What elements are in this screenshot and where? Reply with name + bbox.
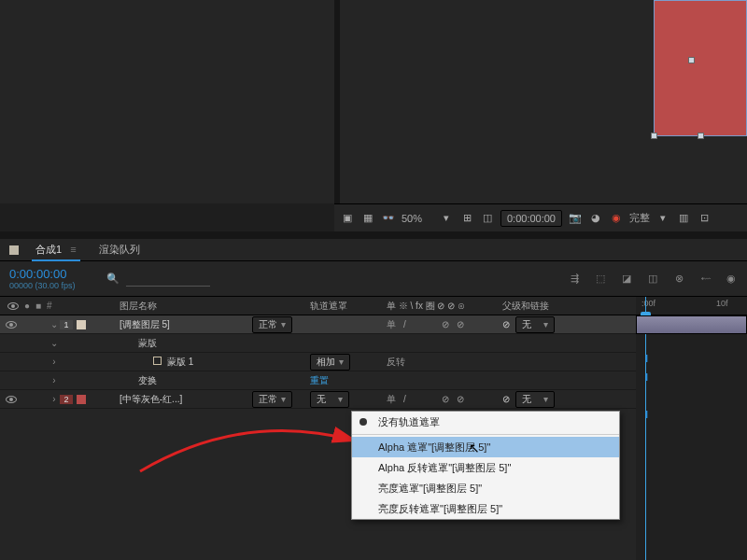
layer-search: 🔍 [106,271,210,287]
menu-separator [352,434,619,435]
visibility-eye-icon[interactable] [6,396,17,403]
panel-tabs: 合成1 ≡ 渲染队列 [0,239,747,261]
preview-layer-rect[interactable] [654,0,747,136]
timecode-main: 0:00:00:00 [9,267,101,281]
resolution-dropdown[interactable]: 完整 [629,211,650,225]
edge-handle-bottom[interactable] [698,133,704,139]
blend-mode-dropdown[interactable]: 正常▾ [252,316,292,333]
menu-item-alpha[interactable]: Alpha 遮罩"[调整图层 5]" [352,437,619,457]
parent-dropdown[interactable]: 无▾ [515,316,555,333]
search-icon: 🔍 [106,273,120,284]
menu-item-luma[interactable]: 亮度遮罩"[调整图层 5]" [352,478,619,498]
twirl-icon[interactable]: ⌄ [49,338,60,348]
ruler-tick: :00f [641,299,655,308]
transform-group-row[interactable]: › 变换 重置 [0,371,636,390]
zoom-level[interactable]: 50% [402,213,433,224]
region-icon[interactable]: ⊡ [697,212,712,225]
menu-label: Alpha 遮罩"[调整图层 5]" [378,441,490,455]
tab-label: 渲染队列 [99,244,140,255]
masks-label: 蒙版 [120,337,252,350]
chevron-down-icon[interactable]: ▾ [655,212,670,225]
timeline-tracks[interactable]: :00f 10f I I I [636,297,747,560]
selected-dot-icon [359,418,367,426]
grid-icon[interactable]: ▦ [360,212,375,225]
brainstorm-icon[interactable]: ◉ [723,271,740,287]
current-time[interactable]: 0:00:00:00 00000 (30.00 fps) [0,267,101,290]
header-switches: 单 ※ \ fx 圈 ⊘ ⊘ ⊙ [387,300,502,313]
menu-item-alpha-inverted[interactable]: Alpha 反转遮罩"[调整图层 5]" [352,457,619,478]
menu-label: Alpha 反转遮罩"[调整图层 5]" [378,461,511,475]
mask-1-row[interactable]: › 蒙版 1 相加▾ 反转 [0,353,636,371]
tab-composition[interactable]: 合成1 ≡ [24,239,88,260]
menu-item-luma-inverted[interactable]: 亮度反转遮罩"[调整图层 5]" [352,498,619,519]
mask-inverted-label[interactable]: 反转 [387,356,405,369]
ruler-tick: 10f [716,299,728,308]
corner-handle-bl[interactable] [651,133,657,139]
layer-name[interactable]: [调整图层 5] [120,319,170,329]
draft3d-icon[interactable]: ⬚ [592,271,609,287]
anchor-handle[interactable] [688,57,695,63]
trkmat-dropdown[interactable]: 无▾ [310,391,349,408]
layer-index: 1 [60,320,73,329]
mask-color-icon[interactable] [153,357,162,365]
eye-column-icon [7,302,19,310]
twirl-icon[interactable]: › [49,357,60,367]
vr-icon[interactable]: 👓 [381,212,396,225]
panel-divider[interactable] [0,231,747,239]
timeline-tool-icons: ⇶ ⬚ ◪ ◫ ⊗ ⬳ ◉ [566,271,747,287]
mask-name[interactable]: 蒙版 1 [167,357,193,367]
frame-blend-icon[interactable]: ◫ [644,271,661,287]
mask-icon[interactable]: ◫ [480,212,495,225]
motion-blur-icon[interactable]: ⊗ [670,271,687,287]
twirl-icon[interactable]: › [49,394,60,404]
mask-mode-dropdown[interactable]: 相加▾ [310,354,350,371]
keyframe-marker-icon[interactable]: I [645,409,648,420]
viewport-divider[interactable] [334,0,340,203]
keyframe-marker-icon[interactable]: I [645,371,648,383]
layer-row-2[interactable]: › 2 [中等灰色-红...] 正常▾ 无▾ 单/⊘⊘ ⊘无▾ [0,390,636,409]
layer-row-1[interactable]: ⌄ 1 [调整图层 5] 正常▾ 单/⊘⊘ ⊘无▾ [0,315,636,334]
composition-viewport[interactable] [0,0,747,203]
menu-label: 亮度反转遮罩"[调整图层 5]" [378,502,502,516]
color-icon[interactable]: ◉ [609,212,624,225]
layer-color-swatch[interactable] [77,395,86,404]
parent-dropdown[interactable]: 无▾ [515,391,555,408]
timecode-sub: 00000 (30.00 fps) [9,281,101,290]
shy-icon[interactable]: ◪ [618,271,635,287]
search-input[interactable] [126,271,210,287]
layer-duration-bar[interactable] [636,315,747,334]
blend-mode-dropdown[interactable]: 正常▾ [252,391,292,408]
reset-link[interactable]: 重置 [310,374,329,387]
comp-flowchart-icon[interactable]: ⇶ [566,271,583,287]
preview-toolbar: ▣ ▦ 👓 50% ▾ ⊞ ◫ 0:00:00:00 📷 ◕ ◉ 完整 ▾ ▥ … [334,203,747,231]
twirl-icon[interactable]: › [49,375,60,385]
graph-editor-icon[interactable]: ⬳ [697,271,713,287]
masks-group-row[interactable]: ⌄ 蒙版 [0,334,636,353]
tab-render-queue[interactable]: 渲染队列 [88,239,151,260]
menu-item-none[interactable]: 没有轨道遮罩 [352,412,619,432]
column-headers: ●■# 图层名称 轨道遮罩 单 ※ \ fx 圈 ⊘ ⊘ ⊙ 父级和链接 [0,297,636,315]
tab-menu-icon[interactable]: ≡ [70,244,76,255]
layout-icon[interactable]: ⊞ [459,212,474,225]
layer-color-swatch[interactable] [77,320,86,329]
view-icon[interactable]: ▥ [676,212,691,225]
trkmat-dropdown-menu: 没有轨道遮罩 Alpha 遮罩"[调整图层 5]" Alpha 反转遮罩"[调整… [351,411,620,520]
timeline-header: 0:00:00:00 00000 (30.00 fps) 🔍 ⇶ ⬚ ◪ ◫ ⊗… [0,261,747,297]
transparent-icon[interactable]: ◕ [588,212,603,225]
transform-label: 变换 [120,374,252,387]
menu-label: 亮度遮罩"[调整图层 5]" [378,482,482,496]
playhead[interactable] [645,297,646,560]
keyframe-marker-icon[interactable]: I [645,353,648,364]
time-ruler[interactable]: :00f 10f [636,297,747,315]
visibility-eye-icon[interactable] [6,321,17,329]
header-parent[interactable]: 父级和链接 [502,300,636,313]
preview-timecode[interactable]: 0:00:00:00 [500,210,562,227]
chevron-down-icon[interactable]: ▾ [439,212,454,225]
screen-icon[interactable]: ▣ [340,212,355,225]
tab-label: 合成1 [35,244,62,255]
header-layer-name[interactable]: 图层名称 [120,300,252,313]
camera-icon[interactable]: 📷 [568,212,583,225]
layer-name[interactable]: [中等灰色-红...] [120,394,182,404]
header-trkmat[interactable]: 轨道遮罩 [310,300,387,313]
twirl-icon[interactable]: ⌄ [49,319,60,329]
